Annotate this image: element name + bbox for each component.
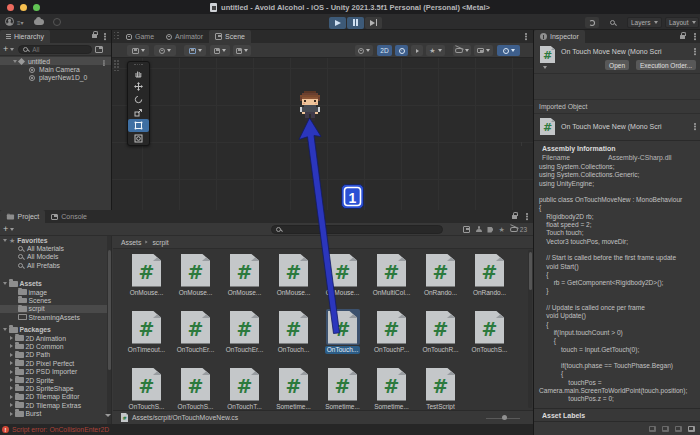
chevron-down-icon[interactable] [10, 48, 14, 51]
tree-item-burst[interactable]: Burst [0, 409, 111, 417]
asset-item-selected[interactable]: #OnTouch... [318, 309, 367, 366]
gizmos-dropdown[interactable] [497, 45, 520, 56]
audio-toggle-button[interactable] [411, 45, 423, 56]
asset-item[interactable]: #OnMultiCol... [367, 252, 416, 309]
tree-item-image[interactable]: image [0, 288, 111, 296]
tree-scrollbar[interactable] [107, 236, 111, 424]
account-icon[interactable] [5, 17, 14, 26]
thumbnail-size-slider[interactable] [486, 418, 520, 419]
scale-tool-button[interactable] [128, 106, 149, 119]
asset-item[interactable]: #OnTouchR... [416, 309, 465, 366]
panel-menu-icon[interactable] [104, 33, 106, 35]
grid-scrollbar[interactable] [528, 250, 532, 408]
tree-item-favorites[interactable]: ★ Favorites [0, 236, 111, 244]
view-tool-button[interactable] [128, 67, 149, 80]
status-error-text[interactable]: Script error: OnCollisionEnter2D [12, 426, 109, 433]
camera-dropdown[interactable] [474, 45, 493, 56]
expand-arrow-icon[interactable] [10, 403, 13, 407]
shaded-mode-dropdown[interactable] [154, 45, 176, 56]
expand-arrow-icon[interactable] [10, 370, 13, 374]
asset-item[interactable]: #OnRando... [416, 252, 465, 309]
open-button[interactable]: Open [605, 60, 629, 70]
panel-menu-icon[interactable] [526, 213, 528, 215]
asset-item[interactable]: #OnTouchP... [367, 309, 416, 366]
header-menu-icon[interactable] [694, 48, 696, 50]
asset-item[interactable]: #OnRando... [465, 252, 514, 309]
tab-scene[interactable]: Scene [209, 30, 251, 43]
grid-visual-dropdown[interactable] [184, 45, 206, 56]
tree-item-packages[interactable]: Packages [0, 326, 111, 334]
header-menu-icon[interactable] [694, 123, 696, 125]
2d-toggle-button[interactable]: 2D [377, 45, 392, 56]
render-doc-dropdown[interactable] [355, 45, 373, 56]
transform-tool-button[interactable] [128, 132, 149, 145]
scene-visibility-icon[interactable] [95, 46, 103, 53]
chevron-down-icon[interactable] [10, 228, 14, 231]
tree-item-2d-sprite[interactable]: 2D Sprite [0, 376, 111, 384]
asset-bundle-variant-icon[interactable] [662, 426, 669, 432]
panel-drag-handle[interactable] [114, 32, 119, 39]
asset-item[interactable]: #OnTouchEr... [220, 309, 269, 366]
search-by-label-icon[interactable] [487, 227, 493, 233]
play-button[interactable] [329, 17, 346, 29]
layers-dropdown[interactable]: Layers [627, 17, 662, 28]
pause-button[interactable] [347, 17, 364, 29]
search-icon[interactable] [610, 20, 615, 25]
tree-item-streamingassets[interactable]: StreamingAssets [0, 313, 111, 321]
breadcrumb-assets[interactable]: Assets [121, 239, 141, 246]
scene-viewport[interactable] [112, 58, 533, 210]
hierarchy-search-input[interactable]: All [18, 45, 92, 54]
execution-order-button[interactable]: Execution Order... [636, 60, 696, 70]
search-by-type-icon[interactable] [463, 226, 470, 233]
undo-history-icon[interactable] [53, 18, 61, 26]
tree-item-2d-path[interactable]: 2D Path [0, 351, 111, 359]
create-add-button[interactable]: + [3, 225, 8, 234]
move-tool-button[interactable] [128, 80, 149, 93]
effects-dropdown[interactable]: ★ [426, 45, 445, 56]
expand-arrow-icon[interactable] [10, 395, 13, 399]
hierarchy-item-main-camera[interactable]: Main Camera [0, 65, 111, 73]
asset-item[interactable]: #OnMouse... [220, 252, 269, 309]
tree-item-all-prefabs[interactable]: All Prefabs [0, 261, 111, 269]
label-icon[interactable] [675, 426, 682, 432]
asset-item[interactable]: #OnTimeout... [122, 309, 171, 366]
tree-item-2d-psd-importer[interactable]: 2D PSD Importer [0, 367, 111, 375]
tab-animator[interactable]: Animator [160, 30, 209, 43]
account-dropdown-arrow[interactable]: ≡▾ [17, 19, 24, 26]
expand-arrow-icon[interactable] [10, 412, 13, 416]
tab-hierarchy[interactable]: Hierarchy [0, 30, 50, 43]
tree-item-scrpit[interactable]: scrpit [0, 305, 111, 313]
undo-history-button[interactable] [585, 17, 599, 28]
item-menu-icon[interactable] [104, 61, 105, 62]
draw-mode-dropdown[interactable] [127, 45, 149, 56]
collapse-arrow-icon[interactable] [13, 60, 17, 63]
asset-item[interactable]: #OnTouch... [269, 309, 318, 366]
project-search-input[interactable] [271, 225, 443, 234]
panel-menu-icon[interactable] [694, 33, 696, 35]
tree-item-2d-pixel-perfect[interactable]: 2D Pixel Perfect [0, 359, 111, 367]
asset-item[interactable]: #OnTouchEr... [171, 309, 220, 366]
player-sprite[interactable] [298, 91, 322, 122]
expand-arrow-icon[interactable] [10, 386, 13, 390]
tree-item-2d-animation[interactable]: 2D Animation [0, 334, 111, 342]
lighting-toggle-button[interactable] [395, 45, 408, 56]
align-dropdown[interactable] [233, 45, 251, 56]
mask-dropdown[interactable] [210, 45, 230, 56]
saved-search-star-icon[interactable]: ★ [498, 226, 504, 233]
asset-item[interactable]: #OnMouse... [269, 252, 318, 309]
create-add-button[interactable]: + [3, 45, 8, 54]
tab-project[interactable]: Project [0, 210, 45, 223]
search-by-import-icon[interactable] [475, 226, 482, 233]
layout-dropdown[interactable]: Layout [665, 17, 699, 28]
lock-icon[interactable] [680, 35, 685, 39]
lock-icon[interactable] [92, 34, 97, 38]
tab-console[interactable]: Console [45, 210, 93, 223]
visibility-dropdown[interactable] [453, 45, 471, 56]
tree-item-2d-spriteshape[interactable]: 2D SpriteShape [0, 384, 111, 392]
breadcrumb-folder[interactable]: scrpit [152, 239, 168, 246]
breadcrumb-collapse-icon[interactable] [105, 414, 111, 417]
expand-arrow-icon[interactable] [10, 353, 13, 357]
expand-arrow-icon[interactable] [10, 344, 13, 348]
hierarchy-item-player[interactable]: playerNew1D_0 [0, 74, 111, 82]
collapse-arrow-icon[interactable] [3, 239, 7, 242]
